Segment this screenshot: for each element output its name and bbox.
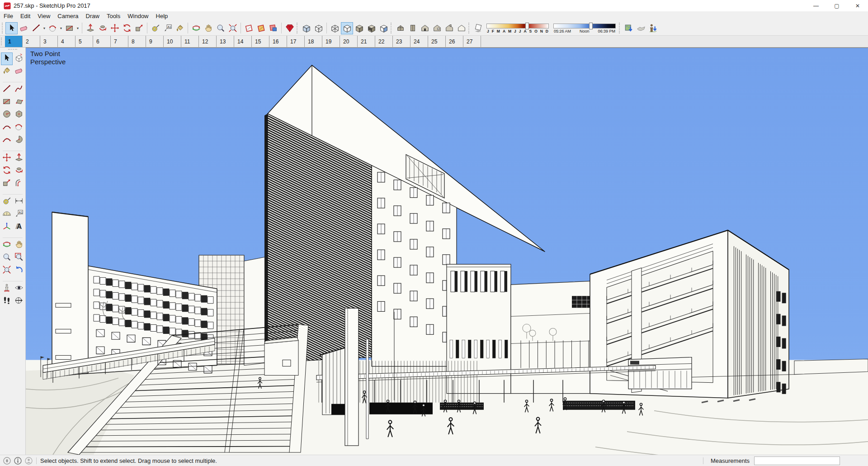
minimize-button[interactable]: — (806, 0, 826, 11)
measurements-input[interactable] (754, 456, 840, 465)
scene-tab-27[interactable]: 27 (463, 36, 481, 47)
toolbar-eraser-button[interactable] (18, 22, 30, 34)
toolbar-view-left-button[interactable] (455, 22, 467, 34)
line-dropdown-arrow[interactable]: ▼ (42, 22, 47, 34)
toolbar-display-section-cuts-button[interactable] (267, 22, 279, 34)
scene-tab-20[interactable]: 20 (340, 36, 358, 47)
toolbar-section-plane-tool-button[interactable] (13, 295, 25, 308)
scene-tab-22[interactable]: 22 (375, 36, 393, 47)
toolbar-scale-button[interactable] (1, 177, 13, 190)
toolbar-orbit-button[interactable] (1, 239, 13, 252)
toolbar-x-ray-button[interactable] (300, 22, 312, 34)
scene-tab-13[interactable]: 13 (217, 36, 234, 47)
toolbar-previous-button[interactable] (13, 264, 25, 277)
toolbar-zoom-extents-button[interactable] (1, 264, 13, 277)
menu-tools[interactable]: Tools (103, 12, 124, 20)
toolbar-section-plane-button[interactable] (243, 22, 255, 34)
toolbar-toggle-terrain-button[interactable] (635, 22, 647, 34)
toolbar-line-button[interactable] (30, 22, 42, 34)
toolbar-pie-button[interactable] (13, 134, 25, 147)
shadow-time-slider[interactable]: 05:26 AMNoon06:39 PM (553, 22, 616, 34)
rectangle-dropdown-arrow[interactable]: ▼ (75, 22, 80, 34)
scene-tab-24[interactable]: 24 (410, 36, 428, 47)
toolbar-add-building-button[interactable] (647, 22, 659, 34)
toolbar-zoom-button[interactable] (1, 252, 13, 264)
credits-icon[interactable] (14, 457, 22, 465)
toolbar-rectangle-button[interactable] (1, 96, 13, 109)
menu-view[interactable]: View (34, 12, 54, 20)
user-icon[interactable] (25, 457, 33, 465)
toolbar-axes-button[interactable] (1, 221, 13, 233)
toolbar-position-camera-button[interactable] (1, 282, 13, 295)
toolbar-move-button[interactable] (108, 22, 121, 34)
scene-tab-18[interactable]: 18 (305, 36, 322, 47)
scene-tab-3[interactable]: 3 (40, 36, 58, 47)
toolbar-zoom-extents-button[interactable] (226, 22, 239, 34)
menu-draw[interactable]: Draw (82, 12, 103, 20)
scene-tab-26[interactable]: 26 (446, 36, 463, 47)
scene-tab-5[interactable]: 5 (75, 36, 93, 47)
toolbar-three-point-arc-button[interactable] (1, 134, 13, 147)
toolbar-tape-measure-button[interactable] (149, 22, 161, 34)
menu-file[interactable]: File (0, 12, 17, 20)
toolbar-text-button[interactable]: A1 (13, 208, 25, 221)
toolbar-text-button[interactable]: A1 (161, 22, 174, 34)
toolbar-orbit-button[interactable] (190, 22, 202, 34)
toolbar-view-iso-button[interactable] (394, 22, 406, 34)
scene-tab-15[interactable]: 15 (252, 36, 269, 47)
arc-dropdown-arrow[interactable]: ▼ (59, 22, 63, 34)
toolbar-push-pull-button[interactable] (13, 152, 25, 165)
toolbar-move-button[interactable] (1, 152, 13, 165)
toolbar-follow-me-button[interactable] (13, 165, 25, 177)
toolbar-view-back-button[interactable] (443, 22, 455, 34)
scene-tab-16[interactable]: 16 (269, 36, 287, 47)
menu-edit[interactable]: Edit (17, 12, 34, 20)
toolbar-view-top-button[interactable] (406, 22, 419, 34)
scene-tab-17[interactable]: 17 (287, 36, 305, 47)
toolbar-walk-button[interactable] (1, 295, 13, 308)
toolbar-eraser-button[interactable] (13, 65, 25, 78)
toolbar-protractor-button[interactable] (1, 208, 13, 221)
toolbar-back-edges-button[interactable] (312, 22, 325, 34)
shadow-date-slider[interactable]: JFMAMJJASOND (486, 22, 549, 34)
toolbar-add-location-button[interactable] (623, 22, 635, 34)
scene-tab-6[interactable]: 6 (93, 36, 111, 47)
geolocation-icon[interactable] (3, 457, 11, 465)
model-viewport[interactable]: Two Point Perspective (26, 48, 868, 455)
toolbar-rotate-button[interactable] (1, 165, 13, 177)
scene-tab-25[interactable]: 25 (428, 36, 446, 47)
scene-tab-9[interactable]: 9 (146, 36, 164, 47)
scene-tab-7[interactable]: 7 (111, 36, 128, 47)
toolbar-scale-button[interactable] (133, 22, 145, 34)
toolbar-line-button[interactable] (1, 83, 13, 96)
toolbar-paint-bucket-button[interactable] (174, 22, 186, 34)
toolbar-rectangle-button[interactable] (63, 22, 75, 34)
toolbar-ruby-gem-button[interactable] (283, 22, 296, 34)
toolbar-make-component-button[interactable] (13, 52, 25, 65)
scene-tab-12[interactable]: 12 (199, 36, 217, 47)
toolbar-view-right-button[interactable] (431, 22, 443, 34)
menu-camera[interactable]: Camera (54, 12, 82, 20)
menu-help[interactable]: Help (152, 12, 172, 20)
toolbar-circle-button[interactable] (1, 109, 13, 121)
scene-tab-19[interactable]: 19 (322, 36, 340, 47)
toolbar-follow-me-button[interactable] (96, 22, 108, 34)
toolbar-pan-button[interactable] (202, 22, 214, 34)
scene-tab-11[interactable]: 11 (181, 36, 199, 47)
scene-tab-8[interactable]: 8 (128, 36, 146, 47)
toolbar-freehand-button[interactable] (13, 83, 25, 96)
scene-tab-21[interactable]: 21 (358, 36, 375, 47)
scene-tab-1[interactable]: 1 (5, 36, 23, 47)
menu-window[interactable]: Window (124, 12, 152, 20)
scene-tab-2[interactable]: 2 (23, 36, 40, 47)
toolbar-look-around-button[interactable] (13, 282, 25, 295)
toolbar-shadow-settings-button[interactable] (472, 22, 484, 34)
toolbar-push-pull-button[interactable] (84, 22, 96, 34)
toolbar-shaded-with-textures-button[interactable] (365, 22, 377, 34)
toolbar-offset-button[interactable] (13, 177, 25, 190)
toolbar-zoom-window-button[interactable] (13, 252, 25, 264)
toolbar-view-front-button[interactable] (419, 22, 431, 34)
scene-tab-23[interactable]: 23 (393, 36, 410, 47)
toolbar-two-point-arc-button[interactable] (1, 121, 13, 134)
toolbar-rotated-rectangle-button[interactable] (13, 96, 25, 109)
